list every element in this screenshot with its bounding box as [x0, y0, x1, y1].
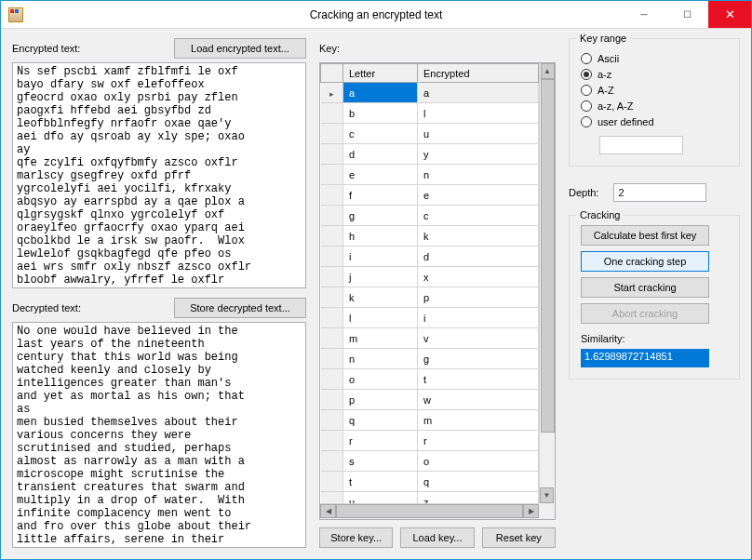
key-cell-letter[interactable]: b: [343, 103, 418, 124]
one-cracking-step-button[interactable]: One cracking step: [581, 251, 709, 272]
key-cell-encrypted[interactable]: p: [418, 287, 539, 308]
row-selector[interactable]: [321, 369, 343, 390]
key-cell-letter[interactable]: i: [343, 247, 418, 267]
store-decrypted-button[interactable]: Store decrypted text...: [174, 298, 306, 318]
load-key-button[interactable]: Load key...: [400, 527, 474, 548]
key-cell-letter[interactable]: c: [343, 124, 418, 144]
key-cell-encrypted[interactable]: l: [418, 103, 539, 124]
row-selector[interactable]: [321, 226, 343, 247]
key-row[interactable]: cu: [321, 124, 539, 144]
key-cell-encrypted[interactable]: x: [418, 267, 539, 287]
key-row[interactable]: kp: [321, 287, 539, 308]
user-defined-input[interactable]: [599, 136, 683, 154]
key-cell-encrypted[interactable]: a: [418, 83, 539, 103]
row-selector[interactable]: [321, 144, 343, 165]
key-cell-encrypted[interactable]: e: [418, 185, 539, 206]
row-selector[interactable]: [321, 410, 343, 431]
decrypted-textarea[interactable]: [12, 322, 306, 548]
key-header-letter[interactable]: Letter: [343, 64, 418, 83]
row-selector[interactable]: [321, 349, 343, 369]
scroll-left-icon[interactable]: ◀: [320, 504, 336, 518]
row-selector[interactable]: [321, 165, 343, 185]
key-row[interactable]: li: [321, 308, 539, 328]
radio-A-Z[interactable]: A-Z: [581, 85, 728, 96]
calculate-first-key-button[interactable]: Calculate best first key: [581, 225, 709, 246]
load-encrypted-button[interactable]: Load encrypted text...: [174, 38, 306, 59]
key-cell-encrypted[interactable]: n: [418, 165, 539, 185]
key-grid[interactable]: Letter Encrypted aablcudyenfegchkidjxkpl…: [319, 62, 556, 520]
row-selector[interactable]: [321, 287, 343, 308]
key-row[interactable]: aa: [321, 83, 539, 103]
key-cell-letter[interactable]: a: [343, 83, 418, 103]
row-selector[interactable]: [321, 124, 343, 144]
key-cell-letter[interactable]: p: [343, 390, 418, 410]
key-row[interactable]: rr: [321, 431, 539, 451]
similarity-value[interactable]: 1.62989872714851: [581, 349, 709, 367]
key-row[interactable]: mv: [321, 328, 539, 349]
titlebar[interactable]: Cracking an encrypted text ─ ☐ ✕: [1, 1, 751, 29]
row-selector[interactable]: [321, 472, 343, 492]
key-row[interactable]: en: [321, 165, 539, 185]
key-cell-encrypted[interactable]: v: [418, 328, 539, 349]
key-cell-letter[interactable]: s: [343, 451, 418, 472]
scroll-up-icon[interactable]: ▲: [541, 63, 555, 79]
radio-ascii[interactable]: Ascii: [581, 53, 728, 64]
key-cell-encrypted[interactable]: m: [418, 410, 539, 431]
key-cell-encrypted[interactable]: t: [418, 369, 539, 390]
minimize-button[interactable]: ─: [623, 1, 665, 28]
key-row[interactable]: gc: [321, 206, 539, 226]
key-cell-encrypted[interactable]: g: [418, 349, 539, 369]
row-selector[interactable]: [321, 247, 343, 267]
key-row[interactable]: bl: [321, 103, 539, 124]
key-cell-encrypted[interactable]: c: [418, 206, 539, 226]
key-cell-encrypted[interactable]: w: [418, 390, 539, 410]
key-row[interactable]: jx: [321, 267, 539, 287]
key-row[interactable]: hk: [321, 226, 539, 247]
scroll-down-icon[interactable]: ▼: [540, 487, 554, 503]
row-selector[interactable]: [321, 390, 343, 410]
key-row[interactable]: ot: [321, 369, 539, 390]
key-cell-encrypted[interactable]: d: [418, 247, 539, 267]
key-cell-encrypted[interactable]: r: [418, 431, 539, 451]
key-cell-letter[interactable]: o: [343, 369, 418, 390]
row-selector[interactable]: [321, 83, 343, 103]
key-row[interactable]: so: [321, 451, 539, 472]
key-row[interactable]: id: [321, 247, 539, 267]
encrypted-textarea[interactable]: [12, 62, 306, 288]
store-key-button[interactable]: Store key...: [319, 527, 393, 548]
depth-input[interactable]: [613, 183, 706, 202]
key-cell-letter[interactable]: f: [343, 185, 418, 206]
radio-user-defined[interactable]: user defined: [581, 116, 728, 127]
key-cell-letter[interactable]: j: [343, 267, 418, 287]
key-cell-encrypted[interactable]: u: [418, 124, 539, 144]
close-button[interactable]: ✕: [708, 1, 751, 28]
key-cell-letter[interactable]: e: [343, 165, 418, 185]
row-selector[interactable]: [321, 308, 343, 328]
key-cell-letter[interactable]: m: [343, 328, 418, 349]
row-selector[interactable]: [321, 431, 343, 451]
reset-key-button[interactable]: Reset key: [482, 527, 556, 548]
key-cell-letter[interactable]: h: [343, 226, 418, 247]
key-cell-letter[interactable]: t: [343, 472, 418, 492]
row-selector[interactable]: [321, 328, 343, 349]
key-cell-encrypted[interactable]: q: [418, 472, 539, 492]
radio-az-AZ[interactable]: a-z, A-Z: [581, 100, 728, 112]
key-cell-encrypted[interactable]: y: [418, 144, 539, 165]
start-cracking-button[interactable]: Start cracking: [581, 277, 709, 298]
key-row[interactable]: pw: [321, 390, 539, 410]
grid-vertical-scrollbar[interactable]: ▲ ▼: [539, 63, 555, 503]
key-row[interactable]: ng: [321, 349, 539, 369]
grid-horizontal-scrollbar[interactable]: ◀ ▶: [320, 503, 539, 519]
key-cell-letter[interactable]: d: [343, 144, 418, 165]
key-row[interactable]: qm: [321, 410, 539, 431]
row-selector[interactable]: [321, 451, 343, 472]
key-cell-letter[interactable]: g: [343, 206, 418, 226]
key-cell-encrypted[interactable]: o: [418, 451, 539, 472]
row-selector[interactable]: [321, 267, 343, 287]
key-cell-encrypted[interactable]: i: [418, 308, 539, 328]
key-cell-letter[interactable]: k: [343, 287, 418, 308]
key-cell-letter[interactable]: n: [343, 349, 418, 369]
maximize-button[interactable]: ☐: [665, 1, 708, 28]
key-cell-letter[interactable]: q: [343, 410, 418, 431]
row-selector[interactable]: [321, 103, 343, 124]
